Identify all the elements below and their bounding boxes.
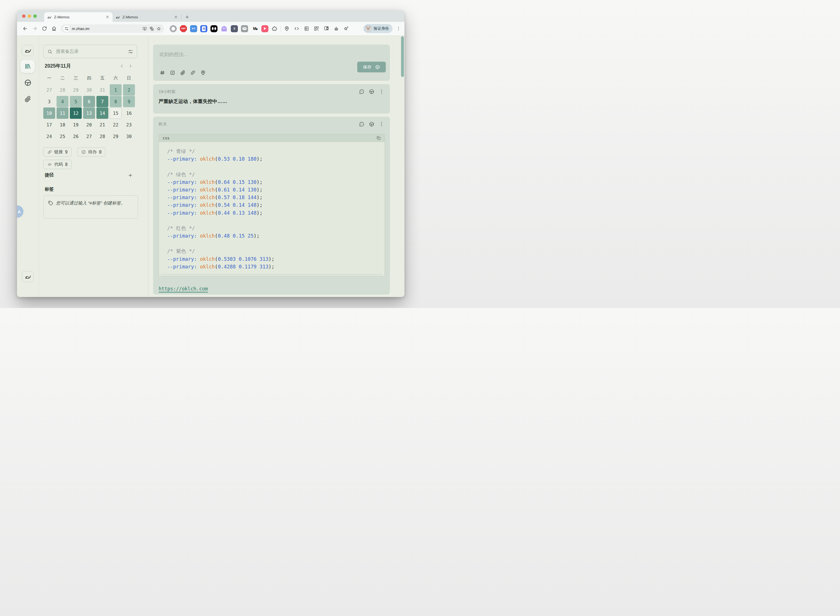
calendar-day[interactable]: 10 bbox=[43, 107, 55, 119]
calendar-day[interactable]: 31 bbox=[97, 84, 108, 95]
calendar-day[interactable]: 25 bbox=[57, 131, 69, 142]
calendar-day[interactable]: 4 bbox=[57, 96, 69, 107]
calendar-day[interactable]: 27 bbox=[43, 84, 55, 95]
site-settings-icon[interactable] bbox=[63, 25, 70, 32]
calendar-day[interactable]: 14 bbox=[97, 107, 108, 119]
tab-zmemos-inactive[interactable]: Z-Memos bbox=[113, 12, 181, 22]
calendar-day[interactable]: 12 bbox=[70, 107, 82, 119]
search-input[interactable] bbox=[56, 48, 125, 54]
calendar-day[interactable]: 7 bbox=[97, 96, 108, 107]
extension-video-icon[interactable] bbox=[261, 25, 268, 32]
calendar-day[interactable]: 30 bbox=[123, 131, 135, 142]
attachments-button[interactable] bbox=[24, 95, 31, 103]
tab-close-icon[interactable] bbox=[105, 15, 110, 19]
address-bar[interactable]: m.zhao.im bbox=[60, 24, 164, 33]
calendar-day[interactable]: 18 bbox=[57, 119, 69, 131]
calendar-day[interactable]: 8 bbox=[110, 96, 122, 107]
copy-code-icon[interactable] bbox=[377, 136, 381, 140]
app-logo-button[interactable] bbox=[22, 45, 34, 56]
tab-zmemos-active[interactable]: Z-Memos bbox=[44, 12, 113, 22]
minimize-window-button[interactable] bbox=[28, 15, 31, 18]
calendar-day[interactable]: 3 bbox=[43, 96, 55, 107]
install-app-icon[interactable] bbox=[142, 26, 147, 31]
calendar-day[interactable]: 29 bbox=[70, 84, 82, 95]
url-text[interactable]: m.zhao.im bbox=[72, 26, 140, 31]
calendar-day[interactable]: 9 bbox=[123, 96, 135, 107]
search-filter-icon[interactable] bbox=[128, 49, 133, 54]
calendar-day[interactable]: 11 bbox=[57, 107, 69, 119]
visibility-globe-icon[interactable] bbox=[369, 89, 374, 94]
calendar-day[interactable]: 28 bbox=[57, 84, 69, 95]
comment-icon[interactable] bbox=[359, 89, 365, 94]
extension-md-icon[interactable]: M bbox=[251, 25, 258, 32]
star-sparkle-icon[interactable] bbox=[343, 26, 349, 31]
calendar-prev-icon[interactable] bbox=[119, 64, 124, 69]
home-button[interactable] bbox=[51, 26, 57, 31]
extension-ring-icon[interactable] bbox=[170, 25, 177, 32]
extension-line-icon[interactable]: LINE bbox=[241, 25, 248, 32]
new-tab-button[interactable] bbox=[185, 15, 189, 19]
extension-eyes-icon[interactable] bbox=[210, 25, 217, 32]
extension-kt-icon[interactable]: KT bbox=[190, 25, 197, 32]
add-shortcut-button[interactable] bbox=[128, 173, 133, 178]
calendar-day[interactable]: 1 bbox=[110, 84, 122, 95]
calendar-day[interactable]: 24 bbox=[43, 131, 55, 142]
links-stat-chip[interactable]: 链接 9 bbox=[43, 147, 72, 157]
insert-link-icon[interactable] bbox=[190, 70, 196, 76]
save-button[interactable]: 保存 bbox=[357, 62, 386, 72]
calendar-day[interactable]: 21 bbox=[97, 119, 108, 131]
calendar-day[interactable]: 30 bbox=[83, 84, 95, 95]
memo-menu-icon[interactable] bbox=[379, 121, 384, 127]
qr-code-icon[interactable] bbox=[314, 26, 319, 31]
calendar-day[interactable]: 16 bbox=[123, 107, 135, 119]
hashtag-icon[interactable] bbox=[160, 70, 165, 76]
calendar-next-icon[interactable] bbox=[128, 64, 133, 69]
calendar-day[interactable]: 6 bbox=[83, 96, 95, 107]
reload-button[interactable] bbox=[42, 26, 47, 31]
editor-placeholder[interactable]: 此刻的想法... bbox=[160, 51, 188, 58]
calendar-day[interactable]: 29 bbox=[110, 131, 122, 142]
extension-ghost-icon[interactable] bbox=[221, 25, 228, 32]
incognito-icon[interactable] bbox=[333, 26, 339, 31]
code-stat-chip[interactable]: 代码 8 bbox=[43, 160, 72, 169]
visibility-globe-icon[interactable] bbox=[369, 121, 374, 127]
memo-menu-icon[interactable] bbox=[379, 89, 384, 94]
extension-sletter-icon[interactable]: S bbox=[231, 25, 238, 32]
browser-menu-icon[interactable] bbox=[396, 26, 401, 31]
calendar-day[interactable]: 23 bbox=[123, 119, 135, 131]
comment-icon[interactable] bbox=[359, 121, 365, 127]
close-window-button[interactable] bbox=[22, 15, 25, 18]
find-in-page-icon[interactable] bbox=[324, 26, 329, 31]
tab-close-icon[interactable] bbox=[174, 15, 178, 19]
extension-lock-icon[interactable] bbox=[200, 25, 207, 32]
back-button[interactable] bbox=[22, 26, 28, 31]
calendar-day[interactable]: 19 bbox=[70, 119, 82, 131]
explore-globe-button[interactable] bbox=[24, 79, 32, 87]
todo-box-icon[interactable] bbox=[170, 70, 175, 76]
page-scrollbar-thumb[interactable] bbox=[401, 36, 404, 77]
search-box[interactable] bbox=[43, 45, 137, 58]
library-nav-active[interactable] bbox=[21, 60, 35, 73]
calendar-day[interactable]: 22 bbox=[110, 119, 122, 131]
calendar-day[interactable]: 20 bbox=[83, 119, 95, 131]
profile-chip[interactable]: 验证身份 bbox=[364, 24, 393, 33]
calendar-day[interactable]: 28 bbox=[97, 131, 108, 142]
bookmark-star-icon[interactable] bbox=[156, 26, 161, 31]
attach-icon[interactable] bbox=[180, 70, 186, 76]
calendar-day[interactable]: 13 bbox=[83, 107, 95, 119]
calendar-day[interactable]: 15 bbox=[110, 107, 122, 119]
calendar-day[interactable]: 17 bbox=[43, 119, 55, 131]
zoom-window-button[interactable] bbox=[34, 15, 37, 18]
location-pin-icon[interactable] bbox=[284, 26, 290, 31]
calendar-day[interactable]: 2 bbox=[123, 84, 135, 95]
calendar-day[interactable]: 5 bbox=[70, 96, 82, 107]
calendar-day[interactable]: 26 bbox=[70, 131, 82, 142]
todos-stat-chip[interactable]: 待办 0 bbox=[77, 147, 106, 157]
extensions-puzzle-icon[interactable] bbox=[271, 26, 277, 32]
profile-mouse-button[interactable] bbox=[22, 271, 34, 282]
memo-link[interactable]: https://oklch.com bbox=[159, 286, 208, 292]
location-icon[interactable] bbox=[200, 70, 206, 76]
memo-editor-card[interactable]: 此刻的想法... 保存 bbox=[153, 45, 390, 81]
translate-icon[interactable] bbox=[150, 26, 154, 31]
calendar-day[interactable]: 27 bbox=[83, 131, 95, 142]
